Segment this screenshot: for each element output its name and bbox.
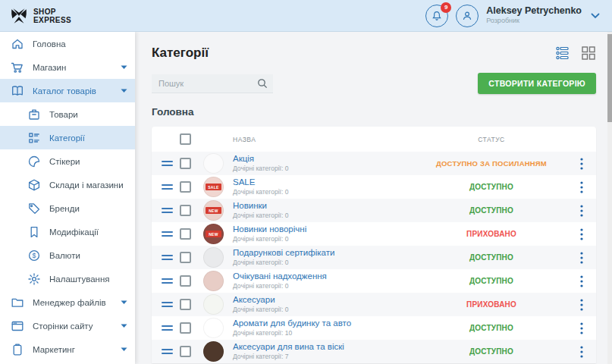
kebab-menu-icon — [580, 322, 583, 334]
column-header-status: СТАТУС — [416, 136, 567, 143]
category-children-count: Дочірні категорії: 10 — [233, 328, 416, 337]
category-name-link[interactable]: Аромати для будинку та авто — [233, 318, 416, 328]
drag-handle-icon[interactable] — [162, 278, 173, 284]
sidebar-item-label: Склади і магазини — [49, 180, 124, 190]
category-children-count: Дочірні категорії: 0 — [233, 305, 416, 314]
kebab-menu-icon — [580, 158, 583, 170]
row-menu-button[interactable] — [567, 181, 596, 193]
row-checkbox[interactable] — [180, 322, 191, 334]
home-icon — [11, 37, 24, 51]
kebab-menu-icon — [580, 252, 583, 264]
row-checkbox[interactable] — [180, 275, 191, 287]
person-icon — [461, 10, 473, 22]
sidebar-item-категорії[interactable]: Категорії — [0, 126, 135, 149]
row-checkbox[interactable] — [180, 346, 191, 357]
category-name-link[interactable]: Новинки — [233, 201, 416, 210]
sidebar-item-менеджер-файлів[interactable]: Менеджер файлів — [0, 290, 135, 314]
kebab-menu-icon — [580, 205, 583, 217]
main-content: Категорії СТ — [135, 32, 612, 364]
user-avatar[interactable] — [456, 5, 479, 27]
row-checkbox[interactable] — [180, 228, 191, 240]
drag-handle-icon[interactable] — [162, 349, 173, 354]
row-menu-button[interactable] — [567, 346, 596, 358]
sidebar-item-бренди[interactable]: Бренди — [0, 196, 135, 220]
category-name-link[interactable]: Подарункові сертифікати — [233, 248, 416, 257]
category-name-link[interactable]: Аксесуари — [233, 295, 416, 304]
sidebar-item-маркетинг[interactable]: Маркетинг — [0, 337, 135, 361]
sidebar-item-каталог-товарів[interactable]: Каталог товарів — [0, 79, 135, 102]
category-name-link[interactable]: Аксесуари для вина та віскі — [233, 342, 416, 351]
category-thumbnail — [203, 153, 224, 174]
row-checkbox[interactable] — [180, 181, 191, 193]
svg-text:$: $ — [32, 252, 36, 259]
notifications-button[interactable]: 9 — [425, 5, 448, 27]
row-menu-button[interactable] — [567, 158, 596, 170]
row-menu-button[interactable] — [567, 252, 596, 264]
category-children-count: Дочірні категорії: 0 — [233, 258, 416, 267]
category-thumbnail: NEW — [203, 224, 224, 244]
search-input[interactable] — [152, 74, 273, 93]
select-all-checkbox[interactable] — [180, 133, 191, 145]
create-category-button[interactable]: СТВОРИТИ КАТЕГОРІЮ — [478, 73, 596, 94]
sidebar-item-сторінки-сайту[interactable]: Сторінки сайту — [0, 314, 135, 337]
sticker-icon — [27, 155, 41, 168]
drag-handle-icon[interactable] — [162, 231, 173, 237]
grid-view-icon[interactable] — [581, 46, 596, 61]
sidebar-item-валюти[interactable]: $ Валюти — [0, 243, 135, 267]
row-menu-button[interactable] — [567, 275, 596, 287]
drag-handle-icon[interactable] — [162, 255, 173, 260]
row-menu-button[interactable] — [567, 322, 596, 334]
user-name: Aleksey Petrychenko — [486, 6, 582, 15]
sidebar-item-label: Бренди — [49, 204, 80, 213]
kebab-menu-icon — [580, 275, 583, 287]
sidebar-item-склади-і-магазини[interactable]: Склади і магазини — [0, 173, 135, 196]
category-children-count: Дочірні категорії: 0 — [233, 164, 416, 173]
sidebar-item-налаштування[interactable]: Налаштування — [0, 267, 135, 290]
sidebar-item-модифікації[interactable]: Модифікації — [0, 220, 135, 243]
folder-icon — [11, 296, 24, 309]
category-children-count: Дочірні категорії: 0 — [233, 211, 416, 220]
category-name-link[interactable]: Очікувані надходження — [233, 271, 416, 281]
scrollbar-thumb[interactable] — [607, 34, 612, 122]
status-badge: ДОСТУПНО — [416, 277, 567, 285]
gear-icon — [27, 272, 41, 286]
drag-handle-icon[interactable] — [162, 302, 173, 307]
table-row: Аксесуари Дочірні категорії: 0 ПРИХОВАНО — [152, 293, 596, 316]
drag-handle-icon[interactable] — [162, 184, 173, 190]
column-header-name: НАЗВА — [233, 136, 416, 143]
row-checkbox[interactable] — [180, 205, 191, 216]
sidebar-item-головна[interactable]: Головна — [0, 32, 135, 55]
row-menu-button[interactable] — [567, 228, 596, 240]
sidebar-item-товари[interactable]: Товари — [0, 102, 135, 126]
vertical-scrollbar[interactable] — [607, 32, 612, 364]
user-role: Розробник — [486, 16, 582, 25]
products-box-icon — [27, 108, 41, 121]
drag-handle-icon[interactable] — [162, 325, 173, 331]
row-checkbox[interactable] — [180, 158, 191, 169]
table-row: NEW Новинки Дочірні категорії: 0 ДОСТУПН… — [152, 199, 596, 222]
category-thumbnail — [203, 247, 224, 268]
drag-handle-icon[interactable] — [162, 161, 173, 166]
drag-handle-icon[interactable] — [162, 208, 173, 213]
row-checkbox[interactable] — [180, 299, 191, 310]
sidebar-item-стікери[interactable]: Стікери — [0, 149, 135, 173]
category-name-link[interactable]: Акція — [233, 154, 416, 163]
top-bar: SHOP EXPRESS 9 Aleksey Petrychenko Розро… — [0, 0, 612, 32]
list-view-icon[interactable] — [555, 46, 570, 61]
status-badge: ДОСТУПНО — [416, 347, 567, 356]
row-menu-button[interactable] — [567, 205, 596, 217]
category-name-link[interactable]: Новинки новорічні — [233, 224, 416, 234]
sidebar-item-магазин[interactable]: Магазин — [0, 55, 135, 79]
sidebar-item-label: Валюти — [49, 251, 80, 260]
kebab-menu-icon — [580, 181, 583, 193]
chevron-down-icon — [121, 65, 127, 70]
search-icon[interactable] — [257, 78, 268, 89]
chevron-down-icon — [121, 347, 127, 352]
category-thumbnail: SALE — [203, 177, 224, 197]
chevron-down-icon[interactable] — [591, 13, 600, 19]
category-name-link[interactable]: SALE — [233, 177, 416, 187]
row-checkbox[interactable] — [180, 252, 191, 263]
row-menu-button[interactable] — [567, 299, 596, 311]
category-children-count: Дочірні категорії: 0 — [233, 187, 416, 196]
logo-text: SHOP EXPRESS — [33, 8, 71, 24]
